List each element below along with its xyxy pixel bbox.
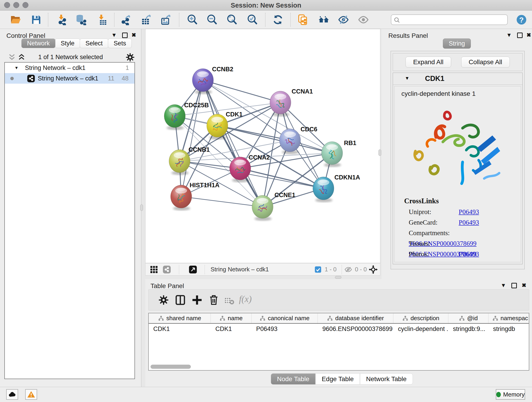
selected-checkbox-icon[interactable] (315, 266, 322, 273)
column-header-shared-name[interactable]: shared name (149, 313, 211, 323)
float-panel-icon[interactable] (122, 32, 128, 38)
column-header-namespac[interactable]: namespac (488, 313, 529, 323)
table-cell[interactable]: stringdb (488, 324, 529, 334)
control-panel: Control Panel ▼ ✖ Network Style Select S… (0, 29, 141, 387)
open-file-icon[interactable] (10, 14, 21, 25)
expand-all-button[interactable]: Expand All (405, 57, 451, 68)
network-node-CDC25B[interactable] (164, 104, 185, 130)
table-cell[interactable]: CDK1 (149, 324, 211, 334)
network-node-CCNB2[interactable] (192, 69, 214, 94)
column-header-description[interactable]: description (393, 313, 448, 323)
network-node-CDK1[interactable] (207, 114, 228, 140)
float-panel-icon[interactable] (517, 32, 523, 38)
panel-menu-icon[interactable]: ▼ (506, 32, 512, 38)
panel-menu-icon[interactable]: ▼ (500, 282, 506, 289)
zoom-fit-icon[interactable] (227, 14, 238, 25)
network-edge-HIST1H1A-CCNE1[interactable] (181, 197, 263, 207)
float-panel-icon[interactable] (511, 283, 517, 288)
pan-crosshair-icon[interactable] (369, 265, 378, 274)
zoom-out-icon[interactable] (207, 14, 218, 25)
left-splitter-handle[interactable] (140, 204, 143, 211)
column-header-name[interactable]: name (211, 313, 252, 323)
horizontal-splitter-handle[interactable] (335, 276, 341, 279)
delete-table-icon[interactable] (224, 295, 234, 306)
export-image-icon[interactable] (160, 14, 171, 25)
table-cell[interactable]: CDK1 (211, 324, 252, 334)
tab-network[interactable]: Network (21, 38, 56, 48)
import-network-file-icon[interactable] (57, 14, 68, 25)
crosslink-link[interactable]: P06493 (459, 219, 479, 226)
horizontal-scrollbar-thumb[interactable] (151, 365, 191, 369)
network-collection-row[interactable]: ▼ String Network – cdk1 1 (5, 63, 134, 73)
crosslink-link[interactable]: P06493 (459, 208, 479, 216)
apply-layout-icon[interactable] (272, 14, 283, 25)
zoom-window-button[interactable] (22, 2, 28, 8)
network-node-HIST1H1A[interactable] (171, 185, 192, 211)
tab-style[interactable]: Style (55, 38, 80, 48)
crosslink-link[interactable]: P06493 (459, 250, 479, 258)
tab-node-table[interactable]: Node Table (271, 373, 316, 385)
tab-select[interactable]: Select (80, 38, 108, 48)
panel-menu-icon[interactable]: ▼ (111, 32, 117, 38)
import-network-database-icon[interactable] (76, 14, 87, 25)
network-type-icon[interactable] (163, 266, 171, 274)
search-input[interactable] (402, 15, 505, 24)
show-all-icon[interactable] (358, 14, 369, 25)
help-icon[interactable]: ? (516, 14, 527, 25)
warning-button[interactable] (25, 389, 37, 400)
create-column-icon[interactable] (191, 294, 203, 306)
network-node-CCNE1[interactable] (252, 196, 273, 221)
table-cell[interactable]: cyclin-dependent ... (393, 324, 448, 334)
close-panel-icon[interactable]: ✖ (522, 282, 526, 289)
close-panel-icon[interactable]: ✖ (526, 32, 531, 38)
right-splitter-handle[interactable] (379, 149, 381, 156)
network-view-canvas[interactable]: CCNB2CCNA1CDC25BCDK1CDC6RB1CCNB1CCNA2CDK… (145, 29, 380, 263)
zoom-selected-icon[interactable] (247, 14, 258, 25)
network-node-count: 11 (108, 73, 114, 84)
network-node-CDKN1A[interactable] (313, 177, 334, 202)
birds-eye-view-icon[interactable] (150, 266, 158, 274)
tab-string[interactable]: String (443, 38, 471, 49)
table-cell[interactable]: P06493 (252, 324, 318, 334)
cloud-button[interactable] (6, 389, 18, 400)
network-node-CCNA2[interactable] (230, 157, 251, 182)
network-edge-CCNB2-HIST1H1A[interactable] (181, 80, 203, 197)
network-node-CCNA1[interactable] (270, 91, 291, 116)
network-node-RB1[interactable] (322, 142, 342, 167)
table-cell[interactable]: 9606.ENSP00000378699 (318, 324, 393, 334)
close-panel-icon[interactable]: ✖ (132, 32, 136, 38)
memory-button[interactable]: Memory (496, 389, 525, 400)
minimize-window-button[interactable] (13, 2, 19, 8)
network-node-CCNB1[interactable] (169, 150, 190, 175)
network-edge-CCNB2-CCNA1[interactable] (203, 80, 280, 103)
tab-sets[interactable]: Sets (108, 38, 132, 48)
show-columns-icon[interactable] (175, 294, 186, 306)
hidden-eye-icon[interactable] (344, 266, 352, 274)
tab-edge-table[interactable]: Edge Table (316, 373, 360, 385)
tab-network-table[interactable]: Network Table (360, 373, 413, 385)
column-header-canonical-name[interactable]: canonical name (252, 313, 318, 323)
delete-column-icon[interactable] (208, 294, 219, 306)
network-row-selected[interactable]: String Network – cdk1 11 48 (5, 73, 134, 84)
column-header-database-identifier[interactable]: database identifier (318, 313, 393, 323)
hide-selected-icon[interactable] (338, 14, 349, 25)
cdk1-entry-header[interactable]: ▼ CDK1 (393, 73, 522, 85)
table-options-gear-icon[interactable] (158, 294, 169, 306)
network-options-gear-icon[interactable] (126, 53, 135, 62)
clone-network-icon[interactable] (298, 14, 308, 25)
open-in-window-icon[interactable] (189, 266, 197, 274)
collection-expand-icon[interactable]: ▼ (14, 63, 19, 73)
save-session-icon[interactable] (31, 14, 42, 25)
first-neighbors-icon[interactable] (318, 14, 329, 25)
function-builder-icon[interactable]: f(x) (239, 294, 252, 304)
column-header--id[interactable]: @id (448, 313, 488, 323)
export-table-icon[interactable] (141, 14, 152, 25)
table-cell[interactable]: stringdb:9... (448, 324, 488, 334)
import-table-file-icon[interactable] (97, 14, 108, 25)
zoom-in-icon[interactable] (187, 14, 198, 25)
close-window-button[interactable] (4, 2, 10, 8)
export-network-icon[interactable] (120, 14, 132, 25)
hidden-node-edge-counts: 0 - 0 (355, 266, 367, 273)
collapse-all-button[interactable]: Collapse All (461, 57, 510, 68)
entry-collapse-icon[interactable]: ▼ (405, 76, 409, 81)
